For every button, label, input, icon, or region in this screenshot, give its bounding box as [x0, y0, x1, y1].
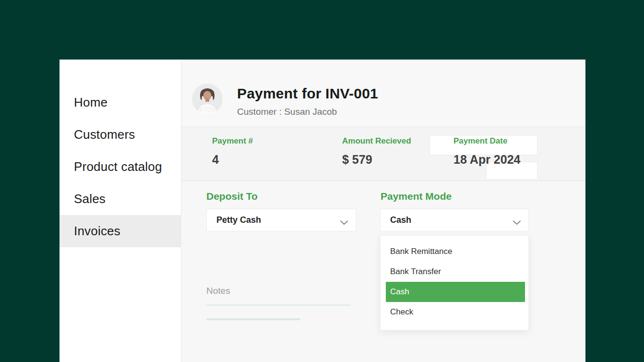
app-card: Home Customers Product catalog Sales Inv…: [60, 60, 585, 362]
sidebar-item-home[interactable]: Home: [60, 86, 181, 119]
payment-date-value: 18 Apr 2024: [453, 153, 520, 167]
page-title: Payment for INV-001: [237, 85, 378, 102]
payment-mode-value: Cash: [390, 215, 411, 225]
main-content: Payment for INV-001 Customer : Susan Jac…: [181, 60, 585, 362]
amount-received-label: Amount Recieved: [342, 136, 411, 146]
payment-mode-select[interactable]: Cash: [380, 209, 529, 231]
option-cash-selected[interactable]: Cash: [386, 282, 525, 302]
amount-received-value: $ 579: [342, 153, 372, 167]
payment-summary-band: Payment # 4 Amount Recieved $ 579 Paymen…: [181, 127, 585, 181]
option-check[interactable]: Check: [381, 302, 528, 322]
notes-placeholder-line-1: [206, 304, 351, 306]
notes-placeholder-line-2: [206, 318, 300, 320]
option-bank-remittance[interactable]: Bank Remittance: [381, 241, 528, 262]
option-bank-transfer[interactable]: Bank Transfer: [381, 262, 528, 282]
sidebar-item-customers[interactable]: Customers: [60, 119, 181, 151]
payment-number-value: 4: [212, 153, 219, 167]
sidebar: Home Customers Product catalog Sales Inv…: [60, 60, 181, 362]
deposit-to-select[interactable]: Petty Cash: [206, 209, 356, 231]
payment-header: Payment for INV-001 Customer : Susan Jac…: [181, 60, 585, 127]
sidebar-item-product-catalog[interactable]: Product catalog: [60, 151, 181, 183]
notes-label: Notes: [206, 286, 230, 296]
sidebar-nav: Home Customers Product catalog Sales Inv…: [60, 60, 181, 247]
sidebar-item-invoices[interactable]: Invoices: [60, 215, 181, 247]
customer-avatar: [192, 84, 223, 114]
payment-number-label: Payment #: [212, 136, 253, 146]
customer-photo: [192, 84, 223, 114]
payment-mode-label: Payment Mode: [381, 191, 452, 202]
payment-mode-dropdown-list: Bank Remittance Bank Transfer Cash Check: [380, 235, 529, 330]
payment-date-label: Payment Date: [453, 136, 507, 146]
customer-subtitle: Customer : Susan Jacob: [237, 107, 337, 117]
sidebar-item-sales[interactable]: Sales: [60, 183, 181, 215]
deposit-to-value: Petty Cash: [216, 215, 261, 225]
chevron-down-icon: [513, 217, 521, 228]
chevron-down-icon: [340, 217, 348, 228]
deposit-to-label: Deposit To: [206, 191, 258, 202]
